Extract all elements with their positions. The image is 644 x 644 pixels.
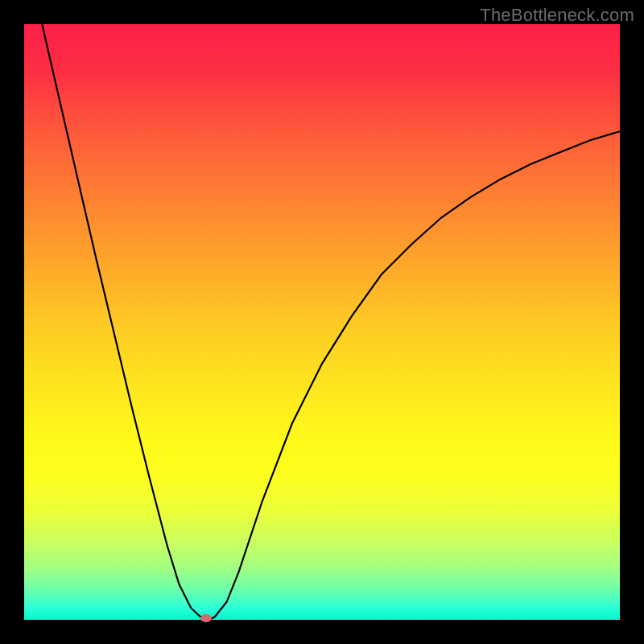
optimum-marker [200, 614, 212, 622]
curve-right-branch [208, 131, 620, 620]
curve-left-branch [42, 24, 208, 620]
chart-curve [24, 24, 620, 620]
chart-plot-area [24, 24, 620, 620]
watermark-text: TheBottleneck.com [480, 5, 634, 26]
